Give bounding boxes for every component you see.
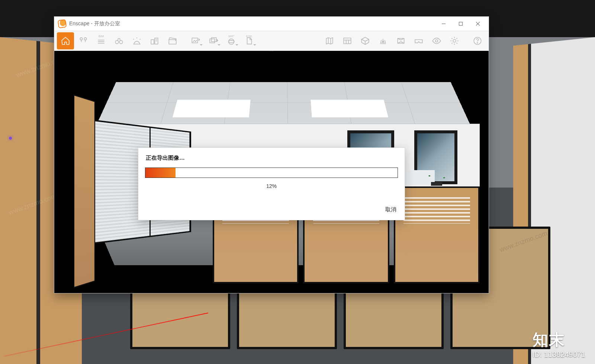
two-point-button[interactable]: [392, 32, 409, 49]
render-viewport[interactable]: ˄ 正在导出图像… 12% 取消: [54, 51, 489, 293]
svg-rect-21: [344, 38, 351, 43]
minimize-icon: [441, 22, 446, 26]
source-overlay: 知末 ID: 1138249071: [533, 329, 585, 359]
cube-icon: [360, 36, 370, 46]
home-button[interactable]: [57, 32, 74, 49]
help-icon: [473, 36, 482, 46]
eye-icon: [432, 36, 441, 46]
svg-rect-1: [459, 22, 463, 26]
toolbar: BIM 360° EXE: [54, 31, 489, 51]
svg-point-4: [80, 38, 83, 40]
svg-point-26: [435, 40, 438, 42]
manage-views-button[interactable]: [75, 32, 92, 49]
vr-headset-icon: [414, 36, 424, 46]
binoculars-button[interactable]: [110, 32, 128, 49]
minimap-button[interactable]: [321, 32, 338, 49]
svg-point-27: [453, 39, 456, 42]
visibility-button[interactable]: [428, 32, 445, 49]
titlebar[interactable]: Enscape - 开放办公室: [54, 17, 489, 31]
svg-point-10: [119, 40, 123, 44]
minimize-button[interactable]: [435, 17, 452, 31]
svg-point-29: [477, 43, 478, 43]
svg-point-19: [228, 39, 234, 45]
batch-render-icon: [209, 36, 218, 46]
cancel-button[interactable]: 取消: [384, 204, 398, 215]
svg-rect-18: [212, 38, 216, 42]
map-icon: [325, 36, 334, 46]
video-editor-button[interactable]: [164, 32, 181, 49]
id-label: ID:: [533, 350, 544, 358]
material-editor-button[interactable]: [357, 32, 374, 49]
time-of-day-button[interactable]: [128, 32, 145, 49]
svg-point-5: [84, 38, 87, 40]
bim-label: BIM: [99, 35, 104, 38]
progress-bar: [145, 168, 398, 178]
export-progress-dialog: 正在导出图像… 12% 取消: [138, 147, 405, 220]
svg-rect-17: [210, 39, 215, 43]
export-image-icon: [191, 36, 200, 46]
label-exe: EXE: [246, 35, 252, 38]
scene-door: [74, 94, 95, 288]
window-title: Enscape - 开放办公室: [69, 20, 120, 27]
sun-angle-icon: [132, 36, 142, 46]
gear-icon: [450, 36, 459, 46]
vr-button[interactable]: [410, 32, 427, 49]
maximize-icon: [459, 22, 463, 26]
home-icon: [61, 36, 70, 46]
grass-toggle-button[interactable]: [374, 32, 392, 49]
export-exe-button[interactable]: EXE: [241, 32, 258, 49]
buildings-icon: [150, 36, 160, 46]
bim-info-button[interactable]: BIM: [93, 32, 110, 49]
close-button[interactable]: [469, 17, 486, 31]
host-axis-origin: [9, 137, 12, 140]
grass-icon: [378, 36, 388, 46]
help-button[interactable]: [469, 32, 486, 49]
title-separator: -: [89, 20, 94, 26]
enscape-window: Enscape - 开放办公室 BIM: [54, 16, 489, 293]
binoculars-icon: [114, 36, 124, 46]
svg-rect-11: [151, 40, 154, 44]
svg-point-20: [228, 40, 234, 43]
progress-fill: [145, 168, 176, 178]
progress-percent: 12%: [145, 183, 398, 189]
close-icon: [476, 22, 480, 26]
export-360-button[interactable]: 360°: [223, 32, 240, 49]
site-context-button[interactable]: [146, 32, 163, 49]
svg-rect-15: [169, 40, 176, 44]
asset-id: ID: 1138249071: [533, 350, 585, 359]
perspective-icon: [396, 36, 406, 46]
enscape-logo-icon: [58, 20, 66, 28]
svg-point-9: [115, 40, 119, 44]
app-name: Enscape: [69, 20, 89, 26]
settings-button[interactable]: [446, 32, 463, 49]
batch-render-button[interactable]: [205, 32, 222, 49]
asset-library-icon: [342, 36, 352, 46]
maximize-button[interactable]: [452, 17, 469, 31]
asset-library-button[interactable]: [339, 32, 356, 49]
pins-icon: [78, 36, 88, 46]
export-image-button[interactable]: [187, 32, 204, 49]
brand-text: 知末: [533, 329, 585, 350]
dialog-title: 正在导出图像…: [146, 155, 398, 162]
document-name: 开放办公室: [94, 20, 120, 26]
label-360: 360°: [228, 35, 235, 38]
scene-desk: [394, 186, 480, 283]
id-value: 1138249071: [544, 350, 585, 358]
clapper-icon: [168, 36, 177, 46]
